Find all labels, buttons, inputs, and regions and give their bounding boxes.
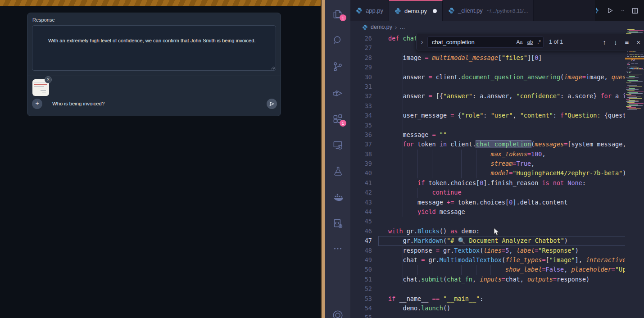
line-number[interactable]: 42	[350, 188, 378, 197]
line-number[interactable]: 51	[350, 275, 378, 284]
line-number[interactable]: 48	[350, 246, 378, 255]
code-line[interactable]: 44 yield message	[350, 207, 644, 217]
code-text[interactable]: gr.Markdown("# 🔍 Document Analyzer Chatb…	[378, 236, 644, 245]
match-case-toggle[interactable]: Aa	[514, 39, 525, 45]
run-debug-icon[interactable]	[332, 87, 344, 99]
code-line[interactable]: 32 answer = [{"answer": a.answer, "confi…	[350, 91, 644, 101]
find-in-selection-icon[interactable]: ≡	[625, 38, 629, 46]
code-text[interactable]: message = ""	[378, 130, 644, 140]
code-text[interactable]	[378, 284, 644, 294]
breadcrumb[interactable]: demo.py › …	[350, 21, 644, 33]
code-line[interactable]: 54 demo.launch()	[350, 304, 644, 313]
code-line[interactable]: 45	[350, 217, 644, 226]
tab-client-py[interactable]: _client.py ~/.../python3.11/...	[443, 0, 534, 21]
more-actions-icon[interactable]	[332, 243, 344, 254]
code-line[interactable]: 51 chat.submit(chat_fn, inputs=chat, out…	[350, 275, 644, 284]
code-line[interactable]: 48 response = gr.Textbox(lines=5, label=…	[350, 246, 644, 255]
tab-demo-py[interactable]: demo.py	[389, 0, 443, 21]
code-text[interactable]: stream=True,	[378, 159, 644, 168]
attachment-close-button[interactable]: ×	[45, 76, 52, 83]
line-number[interactable]: 43	[350, 198, 378, 207]
minimap[interactable]	[625, 21, 644, 318]
line-number[interactable]: 32	[350, 91, 378, 101]
line-number[interactable]: 52	[350, 284, 378, 294]
whole-word-toggle[interactable]: ab	[525, 39, 535, 45]
test-beaker-icon[interactable]	[332, 165, 344, 177]
breadcrumb-file[interactable]: demo.py	[371, 24, 392, 30]
code-line[interactable]: 47 gr.Markdown("# 🔍 Document Analyzer Ch…	[350, 236, 644, 245]
code-line[interactable]: 30 answer = client.document_question_ans…	[350, 73, 644, 82]
source-control-icon[interactable]	[332, 61, 344, 73]
toggle-replace-chevron-icon[interactable]: ›	[417, 38, 427, 45]
line-number[interactable]: 26	[350, 34, 378, 43]
code-text[interactable]: max_tokens=100,	[378, 150, 644, 159]
code-text[interactable]: chat = gr.MultimodalTextbox(file_types=[…	[378, 255, 644, 265]
code-text[interactable]: show_label=False, placeholder="Upload a …	[378, 265, 644, 274]
code-line[interactable]: 40 model="HuggingFaceH4/zephyr-7b-beta")…	[350, 168, 644, 178]
overflow-tab-python-icon[interactable]	[596, 7, 600, 14]
code-line[interactable]: 28 image = multimodal_message["files"][0…	[350, 53, 644, 63]
code-line[interactable]: 36 message = ""	[350, 130, 644, 140]
code-line[interactable]: 37 for token in client.chat_completion(m…	[350, 140, 644, 149]
search-icon[interactable]	[332, 35, 344, 46]
run-python-file-icon[interactable]	[606, 7, 614, 14]
line-number[interactable]: 36	[350, 130, 378, 140]
run-dropdown-chevron-icon[interactable]	[620, 8, 625, 13]
code-text[interactable]: demo.launch()	[378, 304, 644, 313]
code-text[interactable]: if token.choices[0].finish_reason is not…	[378, 178, 644, 188]
line-number[interactable]: 39	[350, 159, 378, 168]
code-text[interactable]: continue	[378, 188, 644, 197]
line-number[interactable]: 28	[350, 53, 378, 63]
line-number[interactable]: 53	[350, 294, 378, 304]
line-number[interactable]: 31	[350, 82, 378, 91]
line-number[interactable]: 30	[350, 73, 378, 82]
code-line[interactable]: 53if __name__ == "__main__":	[350, 294, 644, 304]
code-text[interactable]: image = multimodal_message["files"][0]	[378, 53, 644, 63]
split-editor-icon[interactable]	[631, 7, 639, 14]
code-text[interactable]: answer = client.document_question_answer…	[378, 73, 644, 82]
code-line[interactable]: 41 if token.choices[0].finish_reason is …	[350, 178, 644, 188]
find-previous-icon[interactable]: ↑	[603, 38, 606, 46]
line-number[interactable]: 29	[350, 63, 378, 72]
code-runner-settings-icon[interactable]	[332, 218, 344, 229]
code-line[interactable]: 52	[350, 284, 644, 294]
line-number[interactable]: 46	[350, 227, 378, 236]
add-attachment-button[interactable]: +	[32, 99, 42, 109]
code-text[interactable]: answer = [{"answer": a.answer, "confiden…	[378, 91, 644, 101]
resize-handle-icon[interactable]	[271, 65, 275, 69]
code-text[interactable]: chat.submit(chat_fn, inputs=chat, output…	[378, 275, 644, 284]
line-number[interactable]: 50	[350, 265, 378, 274]
code-text[interactable]	[378, 101, 644, 111]
explorer-icon[interactable]: 1	[332, 8, 344, 19]
code-text[interactable]	[378, 63, 644, 72]
response-textarea[interactable]: With an extremely high level of confiden…	[32, 25, 276, 71]
code-line[interactable]: 49 chat = gr.MultimodalTextbox(file_type…	[350, 255, 644, 265]
code-line[interactable]: 38 max_tokens=100,	[350, 150, 644, 159]
modified-dot-icon[interactable]	[433, 9, 437, 13]
line-number[interactable]: 47	[350, 236, 378, 245]
send-button[interactable]	[267, 99, 277, 109]
line-number[interactable]: 49	[350, 255, 378, 265]
code-line[interactable]: 42 continue	[350, 188, 644, 197]
line-number[interactable]: 55	[350, 313, 378, 318]
line-number[interactable]: 33	[350, 101, 378, 111]
code-text[interactable]	[378, 217, 644, 226]
code-line[interactable]: 46with gr.Blocks() as demo:	[350, 227, 644, 236]
tab-app-py[interactable]: app.py	[350, 0, 389, 21]
chat-question-text[interactable]: Who is being invoiced?	[52, 101, 267, 106]
code-text[interactable]: user_message = {"role": "user", "content…	[378, 111, 644, 120]
code-text[interactable]: response = gr.Textbox(lines=5, label="Re…	[378, 246, 644, 255]
find-close-icon[interactable]: ×	[636, 38, 640, 46]
account-icon[interactable]	[332, 309, 344, 318]
code-text[interactable]: yield message	[378, 207, 644, 217]
code-text[interactable]: message += token.choices[0].delta.conten…	[378, 198, 644, 207]
code-line[interactable]: 50 show_label=False, placeholder="Upload…	[350, 265, 644, 274]
line-number[interactable]: 35	[350, 121, 378, 130]
line-number[interactable]: 45	[350, 217, 378, 226]
line-number[interactable]: 37	[350, 140, 378, 149]
code-line[interactable]: 39 stream=True,	[350, 159, 644, 168]
code-line[interactable]: 31	[350, 82, 644, 91]
code-text[interactable]: model="HuggingFaceH4/zephyr-7b-beta"):	[378, 168, 644, 178]
find-next-icon[interactable]: ↓	[614, 38, 617, 46]
code-text[interactable]: for token in client.chat_completion(mess…	[378, 140, 644, 149]
